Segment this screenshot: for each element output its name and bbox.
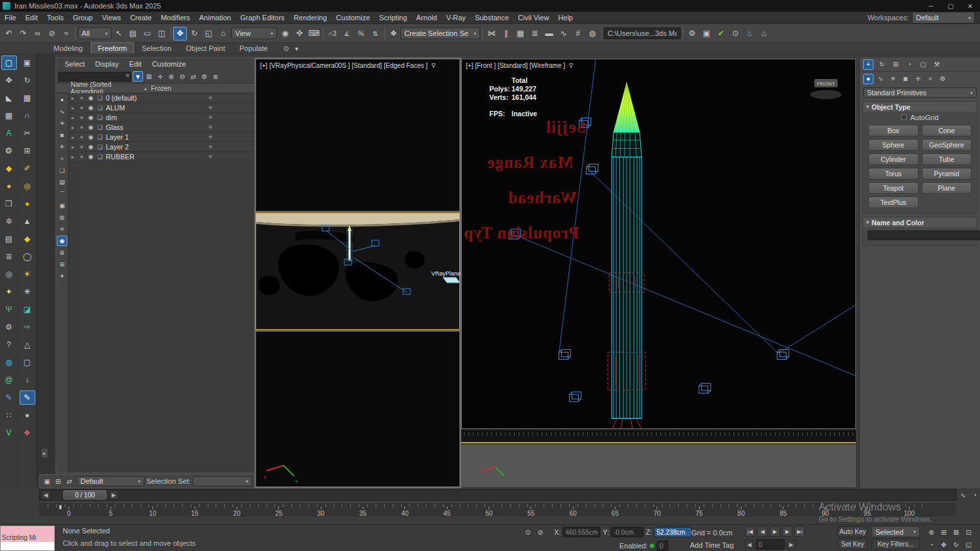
display-bones-icon[interactable]: ⌒ [57, 189, 67, 199]
render-production-teapot-icon[interactable]: ♨ [743, 27, 757, 40]
layer-name[interactable]: RUBBER [105, 153, 167, 161]
layer-row[interactable]: ▸ ● ◉ ❏ Layer 2 ✳ [69, 142, 254, 152]
render-check-icon[interactable]: ✔ [714, 27, 728, 40]
enabled-value-field[interactable]: 0 [657, 541, 668, 551]
selection-set-dropdown[interactable]: ▾ [193, 476, 252, 486]
layer-name[interactable]: ALUM [105, 104, 167, 112]
workspaces-dropdown[interactable]: Default ▾ [912, 12, 975, 24]
torus-tool-icon[interactable]: ◎ [20, 179, 35, 193]
previous-frame-button[interactable]: ◀ [757, 526, 768, 537]
target-tool-icon[interactable]: ◎ [1, 267, 17, 281]
menu-item[interactable]: Rendering [289, 14, 332, 22]
menu-item[interactable]: Modifiers [156, 14, 195, 22]
play-button[interactable]: ▶ [770, 526, 780, 537]
expand-caret-icon[interactable]: ▸ [69, 125, 77, 131]
time-slider-handle[interactable]: 0 / 100 [63, 490, 106, 499]
menu-item[interactable]: Group [68, 14, 97, 22]
grid-array-tool-icon[interactable]: ▦ [1, 108, 17, 123]
scissors-tool-icon[interactable]: ✂ [20, 126, 35, 140]
autogrid-checkbox[interactable] [901, 114, 907, 120]
layer-name[interactable]: dim [105, 114, 167, 121]
viewport-camera-label[interactable]: [+] [VRayPhysicalCamera00S ] [Standard] … [260, 62, 428, 69]
viewport-camera[interactable]: [+] [VRayPhysicalCamera00S ] [Standard] … [255, 59, 460, 212]
paint-tool-icon[interactable]: ✑ [20, 320, 35, 334]
menu-item[interactable]: Create [125, 14, 156, 22]
menu-item[interactable]: Graph Editors [236, 14, 289, 22]
object-type-button[interactable]: Pyramid [922, 168, 972, 180]
select-by-name-icon[interactable]: ▤ [126, 27, 140, 40]
display-influences-icon[interactable]: ✦ [57, 271, 67, 281]
hierarchy-tab[interactable]: ⊞ [890, 59, 901, 70]
expand-caret-icon[interactable]: ▸ [69, 115, 77, 121]
display-helpers-icon[interactable]: ✛ [57, 142, 67, 152]
x-coordinate-field[interactable]: 460.555cm [563, 527, 600, 537]
field-of-view-icon[interactable]: ◔ [925, 539, 938, 551]
set-key-button[interactable]: Set Key [838, 539, 868, 550]
undo-icon[interactable]: ↶ [2, 27, 16, 40]
object-type-rollout-header[interactable]: ▾ Object Type [863, 102, 977, 112]
prism-tool-icon[interactable]: ◣ [1, 91, 17, 105]
object-type-button[interactable]: Cylinder [868, 153, 919, 165]
select-and-manipulate-icon[interactable]: ✜ [293, 27, 306, 40]
active-layer-dropdown[interactable]: Default ▾ [76, 476, 144, 486]
display-geometry-icon[interactable]: ● [57, 95, 67, 105]
add-time-tag[interactable]: Add Time Tag [690, 541, 734, 549]
display-containers-icon[interactable]: ▣ [57, 200, 67, 211]
eye-icon[interactable]: ◉ [86, 124, 95, 131]
filter-funnel-icon[interactable]: ∇ [569, 63, 573, 69]
expand-caret-icon[interactable]: ▸ [69, 154, 77, 160]
angle-snap-toggle-icon[interactable]: ∡ [340, 27, 353, 40]
isolate-selection-icon[interactable]: ⊙ [523, 527, 533, 537]
expand-caret-icon[interactable]: ▸ [69, 95, 77, 101]
restore-button[interactable]: ▢ [941, 0, 960, 12]
cameras-category-icon[interactable]: ◙ [900, 74, 911, 84]
viewport-front[interactable]: FRONT [+] [Front ] [Standard] [Wireframe… [461, 59, 856, 429]
ring-tool-icon[interactable]: ◯ [20, 249, 35, 264]
select-and-place-icon[interactable]: ⌂ [216, 27, 230, 40]
key-filters-button[interactable]: Key Filters... [872, 539, 920, 550]
gear-tool-icon[interactable]: ⚙ [1, 320, 17, 334]
ribbon-tab[interactable]: Populate [233, 43, 274, 54]
modify-tab[interactable]: ↻ [877, 59, 887, 70]
layer-name[interactable]: Glass [105, 123, 167, 131]
zoom-all-icon[interactable]: ⊞ [938, 526, 950, 539]
schematic-view-icon[interactable]: # [571, 27, 585, 40]
helpers-category-icon[interactable]: ✛ [913, 74, 923, 84]
atom-tool-icon[interactable]: ❂ [1, 144, 17, 158]
object-name-field[interactable] [868, 230, 980, 240]
expand-caret-icon[interactable]: ▸ [69, 144, 77, 150]
vray-tool-icon[interactable]: V [1, 426, 17, 440]
expand-caret-icon[interactable]: ▸ [69, 105, 77, 111]
utilities-tab[interactable]: ⚒ [932, 59, 942, 70]
star-tool-icon[interactable]: ✦ [1, 285, 17, 299]
display-groups-icon[interactable]: ❏ [57, 165, 67, 176]
frozen-icon[interactable]: ✳ [167, 153, 254, 160]
stamp-tool-icon[interactable]: ⊞ [20, 144, 35, 158]
menu-item[interactable]: Tools [42, 14, 69, 22]
current-frame-field[interactable]: 0 [756, 539, 785, 550]
y-coordinate-field[interactable]: -0.0cm [611, 527, 644, 537]
go-to-start-button[interactable]: |◀ [745, 526, 755, 537]
mini-curve-editor-icon[interactable]: ∿ [958, 490, 968, 500]
display-layers-icon[interactable]: ≣ [57, 247, 67, 258]
ribbon-tab[interactable]: Selection [135, 43, 178, 54]
object-type-button[interactable]: Sphere [868, 139, 919, 151]
object-type-button[interactable]: TextPlus [868, 197, 919, 208]
dots-tool-icon[interactable]: ∷ [1, 408, 17, 422]
object-type-button[interactable]: Tube [922, 153, 972, 165]
display-frozen-icon[interactable]: ✳ [57, 224, 67, 234]
layer-name[interactable]: Layer 2 [105, 143, 167, 151]
lights-category-icon[interactable]: ☀ [888, 74, 898, 84]
explorer-settings-icon[interactable]: ⚙ [199, 71, 210, 82]
layer-name[interactable]: 0 (default) [105, 94, 167, 102]
keyboard-shortcut-override-icon[interactable]: ⌨ [307, 27, 321, 40]
edit-pencil-tool-icon[interactable]: ✎ [20, 390, 35, 405]
object-type-button[interactable]: Box [868, 125, 919, 136]
toggle-ribbon-icon[interactable]: ▬ [542, 27, 556, 40]
motion-tab[interactable]: ◔ [904, 59, 915, 70]
layer-row[interactable]: ▸ ● ◉ ❏ dim ✳ [69, 113, 254, 123]
timeline-ruler[interactable]: ▮ 05101520253035404550556065707580859095… [39, 502, 956, 516]
pencil-tool-icon[interactable]: ✎ [1, 390, 17, 405]
explorer-menu-icon[interactable]: ≣ [210, 71, 221, 82]
geometry-category-icon[interactable]: ● [863, 74, 874, 84]
